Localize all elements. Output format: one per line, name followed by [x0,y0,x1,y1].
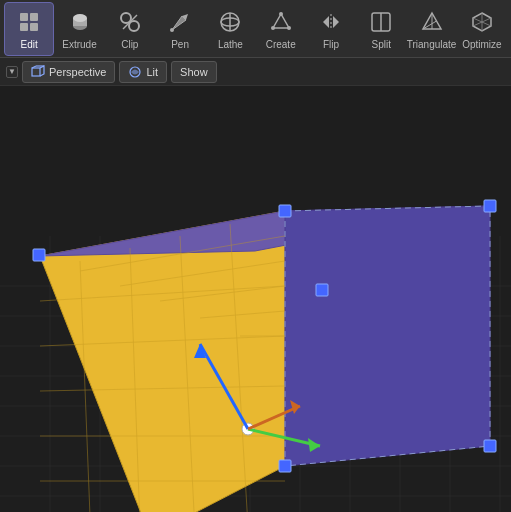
lathe-tool-label: Lathe [218,39,243,50]
lit-button[interactable]: Lit [119,61,167,83]
clip-icon [116,8,144,36]
triangulate-tool-label: Triangulate [407,39,457,50]
create-tool-label: Create [266,39,296,50]
svg-rect-1 [30,13,38,21]
edit-tool-label: Edit [21,39,38,50]
view-toolbar: ▼ Perspective Lit Show [0,58,511,86]
main-toolbar: Edit Extrude Clip [0,0,511,58]
triangulate-tool-button[interactable]: Triangulate [406,2,456,56]
perspective-label: Perspective [49,66,106,78]
split-tool-button[interactable]: Split [356,2,406,56]
svg-point-6 [73,14,87,22]
svg-rect-2 [20,23,28,31]
scene [0,86,511,512]
edit-icon [15,8,43,36]
optimize-tool-button[interactable]: Optimize [457,2,507,56]
edit-tool-button[interactable]: Edit [4,2,54,56]
lit-icon [128,65,142,79]
svg-rect-66 [279,205,291,217]
svg-marker-49 [285,206,490,466]
clip-tool-label: Clip [121,39,138,50]
svg-rect-71 [316,284,328,296]
svg-rect-65 [33,249,45,261]
svg-point-14 [271,26,275,30]
extrude-tool-button[interactable]: Extrude [54,2,104,56]
lit-label: Lit [146,66,158,78]
svg-point-10 [170,28,174,32]
split-tool-label: Split [372,39,391,50]
pen-tool-button[interactable]: Pen [155,2,205,56]
show-label: Show [180,66,208,78]
perspective-button[interactable]: Perspective [22,61,115,83]
viewport-dropdown-arrow[interactable]: ▼ [6,66,18,78]
flip-tool-button[interactable]: Flip [306,2,356,56]
create-icon [267,8,295,36]
svg-rect-68 [484,440,496,452]
3d-viewport[interactable] [0,86,511,512]
flip-icon [317,8,345,36]
lathe-icon [216,8,244,36]
split-icon [367,8,395,36]
triangulate-icon [418,8,446,36]
show-button[interactable]: Show [171,61,217,83]
pen-icon [166,8,194,36]
svg-rect-3 [30,23,38,31]
optimize-icon [468,8,496,36]
optimize-tool-label: Optimize [462,39,501,50]
svg-rect-67 [484,200,496,212]
extrude-icon [66,8,94,36]
svg-rect-23 [32,68,40,76]
lathe-tool-button[interactable]: Lathe [205,2,255,56]
svg-rect-0 [20,13,28,21]
flip-tool-label: Flip [323,39,339,50]
pen-tool-label: Pen [171,39,189,50]
svg-rect-70 [279,460,291,472]
svg-point-16 [279,12,283,16]
svg-point-15 [287,26,291,30]
clip-tool-button[interactable]: Clip [105,2,155,56]
create-tool-button[interactable]: Create [256,2,306,56]
perspective-icon [31,65,45,79]
extrude-tool-label: Extrude [62,39,96,50]
